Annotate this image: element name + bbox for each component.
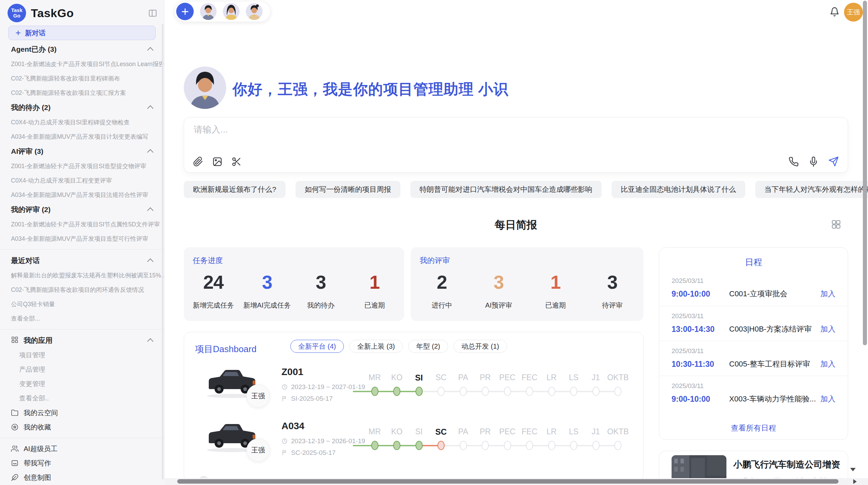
project-name[interactable]: Z001 bbox=[281, 366, 303, 377]
sidebar-item[interactable]: Z001-全新燃油轻卡产品开发项目SI节点属性5D文件评审 bbox=[0, 217, 164, 232]
dashboard-tab[interactable]: 全新平台 (4) bbox=[290, 340, 344, 353]
milestone-dot[interactable] bbox=[570, 441, 577, 450]
avatar[interactable] bbox=[200, 3, 217, 20]
scissors-icon[interactable] bbox=[231, 157, 242, 167]
image-icon[interactable] bbox=[212, 157, 222, 167]
sidebar-section-header[interactable]: 我的待办 (2) bbox=[0, 100, 164, 115]
sidebar-item[interactable]: C0X4-动力总成开发项目工程变更评审 bbox=[0, 173, 164, 188]
sidebar-scrollbar[interactable] bbox=[162, 24, 164, 480]
sidebar-item-folder[interactable]: 我的云空间 bbox=[0, 406, 164, 420]
project-name[interactable]: A034 bbox=[281, 421, 304, 432]
milestone-dot[interactable] bbox=[460, 387, 467, 396]
dashboard-tab[interactable]: 全新上装 (3) bbox=[349, 340, 403, 353]
new-chat-button[interactable]: 新对话 bbox=[8, 26, 156, 40]
milestone-dot[interactable] bbox=[548, 387, 555, 396]
sidebar-item[interactable]: A034-全新新能源MUV产品开发项目造型可行性评审 bbox=[0, 232, 164, 246]
app-item[interactable]: 产品管理 bbox=[0, 362, 164, 377]
avatar[interactable] bbox=[223, 3, 240, 20]
recent-chat-item[interactable]: C02-飞腾新能源轻客改款项目的闭环通告反馈情况 bbox=[0, 283, 164, 297]
stat: 1已逾期 bbox=[348, 271, 401, 310]
milestone-dot[interactable] bbox=[592, 441, 600, 450]
join-button[interactable]: 加入 bbox=[820, 394, 835, 404]
milestone-dot[interactable] bbox=[415, 387, 423, 396]
milestone-dot[interactable] bbox=[393, 441, 400, 450]
recent-chat-item[interactable]: 解释最新出台的欧盟报废车法规再生塑料比例被调至15%... bbox=[0, 268, 164, 283]
milestone-dot[interactable] bbox=[393, 387, 400, 396]
vertical-scrollbar[interactable] bbox=[863, 1, 867, 345]
schedule-item[interactable]: 2025/03/11 13:00-14:30C003|H0B-方案冻结评审加入 bbox=[659, 306, 848, 341]
join-button[interactable]: 加入 bbox=[820, 359, 835, 369]
milestone-dot[interactable] bbox=[371, 441, 378, 450]
recent-chat-item[interactable]: 公司Q3轻卡销量 bbox=[0, 297, 164, 311]
notifications-bell-icon[interactable] bbox=[830, 7, 840, 17]
sidebar-section-header[interactable]: 最近对话 bbox=[0, 253, 164, 268]
milestone-dot[interactable] bbox=[482, 387, 489, 396]
sidebar-item[interactable]: C02-飞腾新能源轻客改款项目里程碑画布 bbox=[0, 71, 164, 86]
sidebar-item[interactable]: C02-飞腾新能源轻客改款项目立项汇报方案 bbox=[0, 86, 164, 100]
send-icon[interactable] bbox=[828, 156, 839, 167]
sidebar-item[interactable]: A034-全新新能源MUV产品开发项目计划变更表编写 bbox=[0, 129, 164, 144]
divider bbox=[0, 249, 164, 250]
view-all-apps-link[interactable]: 查看全部.. bbox=[0, 391, 164, 406]
user-avatar[interactable]: 王强 bbox=[844, 3, 863, 22]
app-item[interactable]: 变更管理 bbox=[0, 377, 164, 391]
milestone-dot[interactable] bbox=[526, 441, 533, 450]
join-button[interactable]: 加入 bbox=[820, 289, 835, 299]
layout-grid-icon[interactable] bbox=[831, 219, 841, 229]
milestone-dot[interactable] bbox=[371, 387, 378, 396]
sidebar-section-header[interactable]: Agent已办 (3) bbox=[0, 42, 164, 57]
view-all-schedule-link[interactable]: 查看所有日程 bbox=[659, 423, 848, 433]
sidebar-section-header[interactable]: 我的评审 (2) bbox=[0, 202, 164, 217]
stat: 3待评审 bbox=[584, 271, 641, 310]
phone-icon[interactable] bbox=[788, 157, 799, 167]
view-all-recent-link[interactable]: 查看全部... bbox=[0, 311, 164, 326]
suggestion-chip[interactable]: 欧洲新规最近颁布了什么? bbox=[184, 181, 286, 198]
milestone-dot[interactable] bbox=[437, 441, 445, 450]
sidebar-item[interactable]: Z001-全新燃油轻卡产品开发项目SI造型提交物评审 bbox=[0, 159, 164, 173]
schedule-item[interactable]: 2025/03/11 10:30-11:30C005-整车工程目标评审加入 bbox=[659, 341, 848, 376]
milestone-dot[interactable] bbox=[504, 441, 511, 450]
sidebar-section-header[interactable]: AI评审 (3) bbox=[0, 144, 164, 159]
suggestion-chip[interactable]: 如何写一份清晰的项目周报 bbox=[296, 181, 400, 198]
avatar[interactable] bbox=[246, 3, 263, 20]
dashboard-tab[interactable]: 年型 (2) bbox=[408, 340, 448, 353]
sidebar-item-write[interactable]: 帮我写作 bbox=[0, 456, 164, 470]
milestone-dot[interactable] bbox=[415, 441, 423, 450]
milestone-dot[interactable] bbox=[548, 441, 555, 450]
schedule-date: 2025/03/11 bbox=[672, 312, 835, 320]
item-label: 创意制图 bbox=[24, 473, 51, 482]
app-item[interactable]: 项目管理 bbox=[0, 348, 164, 362]
scroll-right-arrow-icon[interactable] bbox=[853, 479, 857, 484]
sidebar-item-people[interactable]: AI超级员工 bbox=[0, 442, 164, 456]
milestone-dot[interactable] bbox=[570, 387, 577, 396]
suggestion-chip[interactable]: 比亚迪全固态电池计划具体说了什么 bbox=[612, 181, 745, 198]
suggestion-chip[interactable]: 当下年轻人对汽车外观有怎样的喜好趋势 bbox=[755, 181, 868, 198]
sidebar-item-badge[interactable]: 我的收藏 bbox=[0, 420, 164, 434]
milestone-dot[interactable] bbox=[504, 387, 511, 396]
add-conversation-button[interactable] bbox=[176, 3, 194, 20]
sidebar-collapse-icon[interactable] bbox=[148, 9, 157, 18]
milestone-dot[interactable] bbox=[437, 387, 445, 396]
join-button[interactable]: 加入 bbox=[820, 324, 835, 334]
sidebar-item[interactable]: Z001-全新燃油皮卡产品开发项目SI节点Lesson Learn报告 bbox=[0, 57, 164, 71]
horizontal-scrollbar[interactable] bbox=[177, 479, 839, 484]
milestone-dot[interactable] bbox=[614, 441, 622, 450]
milestone-dot[interactable] bbox=[482, 441, 489, 450]
task-progress-stats: 24新增完成任务3新增AI完成任务3我的待办1已逾期 bbox=[186, 271, 401, 310]
sidebar-item[interactable]: C0X4-动力总成开发项目SI里程碑提交物检查 bbox=[0, 115, 164, 129]
sidebar-item[interactable]: A034-全新新能源MUV产品开发项目法规符合性评审 bbox=[0, 188, 164, 202]
sidebar-item-quill[interactable]: 创意制图 bbox=[0, 470, 164, 485]
milestone-dot[interactable] bbox=[592, 387, 600, 396]
milestone-dot[interactable] bbox=[460, 441, 467, 450]
microphone-icon[interactable] bbox=[808, 157, 819, 167]
chat-input[interactable] bbox=[193, 123, 769, 144]
paperclip-icon[interactable] bbox=[193, 157, 203, 167]
scroll-down-arrow-icon[interactable] bbox=[850, 468, 856, 471]
dashboard-tab[interactable]: 动总开发 (1) bbox=[454, 340, 507, 353]
sidebar-group-header[interactable]: 我的应用 bbox=[0, 333, 164, 348]
suggestion-chip[interactable]: 特朗普可能对进口汽车增税会对中国车企造成哪些影响 bbox=[410, 181, 602, 198]
schedule-item[interactable]: 2025/03/11 9:00-10:00X003-车辆动力学性能验...加入 bbox=[659, 376, 848, 411]
schedule-item[interactable]: 2025/03/11 9:00-10:00C001-立项审批会加入 bbox=[659, 271, 848, 306]
milestone-dot[interactable] bbox=[614, 387, 622, 396]
milestone-dot[interactable] bbox=[526, 387, 533, 396]
